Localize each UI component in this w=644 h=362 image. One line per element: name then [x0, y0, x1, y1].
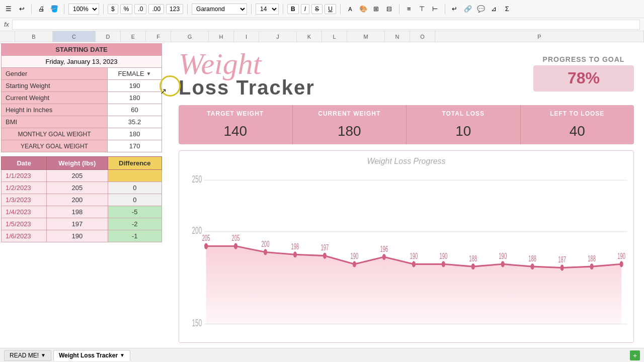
undo-icon[interactable]: ↩ — [16, 4, 27, 15]
tracker-date-0[interactable]: 1/1/2023 — [2, 170, 47, 182]
tracker-weight-5[interactable]: 190 — [47, 230, 108, 242]
decimal2-btn[interactable]: .00 — [148, 4, 164, 14]
chart-label-1: 205 — [232, 234, 240, 243]
tab-read-me[interactable]: READ ME! ▼ — [4, 350, 51, 361]
starting-weight-value[interactable]: 190 ↗ — [108, 80, 162, 92]
gender-value: FEMALE ▼ — [108, 68, 162, 80]
right-panel: Weight Loss Tracker PROGRESS TO GOAL 78%… — [169, 42, 644, 348]
bold-btn[interactable]: B — [287, 4, 299, 14]
tab-read-me-arrow[interactable]: ▼ — [41, 352, 46, 358]
left-to-loose-value: 40 — [570, 123, 585, 139]
svg-text:150: 150 — [192, 317, 202, 328]
strikethrough-btn[interactable]: S — [311, 4, 323, 14]
height-value[interactable]: 60 — [108, 104, 162, 116]
chart-point-9 — [471, 263, 475, 269]
col-N: N — [385, 31, 410, 42]
toolbar: ☰ ↩ 🖨 🪣 100% $ % .0 .00 123 Garamond 14 … — [0, 0, 644, 18]
stat-target-weight: TARGET WEIGHT 140 — [179, 105, 293, 144]
link-icon[interactable]: 🔗 — [462, 4, 473, 15]
filter-icon[interactable]: ⊿ — [489, 4, 500, 15]
cursive-title: Weight — [179, 47, 315, 80]
number-btn[interactable]: 123 — [166, 4, 183, 14]
dollar-btn[interactable]: $ — [108, 4, 118, 14]
tracker-weight-3[interactable]: 198 — [47, 206, 108, 218]
tab-weight-loss-tracker[interactable]: Weight Loss Tracker ▼ — [53, 350, 130, 361]
yearly-goal-label: YEARLY GOAL WEIGHT — [2, 140, 108, 152]
starting-weight-label: Starting Weight — [2, 80, 108, 92]
align-right-icon[interactable]: ⊢ — [430, 4, 441, 15]
align-left-icon[interactable]: ≡ — [404, 4, 415, 15]
formula-input[interactable] — [12, 20, 640, 30]
monthly-goal-value[interactable]: 180 — [108, 128, 162, 140]
percent-btn[interactable]: % — [120, 4, 133, 14]
tracker-weight-2[interactable]: 200 — [47, 194, 108, 206]
tracker-weight-4[interactable]: 197 — [47, 218, 108, 230]
tracker-date-1[interactable]: 1/2/2023 — [2, 182, 47, 194]
starting-date-header: STARTING DATE — [2, 44, 162, 56]
tab-bar: READ ME! ▼ Weight Loss Tracker ▼ + — [0, 348, 644, 362]
col-L: L — [322, 31, 347, 42]
paint-icon[interactable]: 🪣 — [49, 4, 60, 15]
left-panel: STARTING DATE Friday, January 13, 2023 G… — [0, 42, 169, 348]
col-E: E — [121, 31, 146, 42]
tracker-weight-1[interactable]: 205 — [47, 182, 108, 194]
stat-left-to-loose: LEFT TO LOOSE 40 — [521, 105, 634, 144]
italic-btn[interactable]: I — [301, 4, 309, 14]
chart-label-11: 188 — [528, 254, 536, 263]
date-value: Friday, January 13, 2023 — [2, 56, 162, 68]
chart-point-7 — [412, 261, 416, 267]
formula-icon: fx — [4, 21, 9, 28]
decimal1-btn[interactable]: .0 — [134, 4, 146, 14]
tracker-weight-0[interactable]: 205 — [47, 170, 108, 182]
chart-area: Weight Loss Progress 250 200 150 — [179, 150, 634, 343]
svg-text:250: 250 — [192, 173, 202, 185]
current-weight-value[interactable]: 180 — [108, 92, 162, 104]
chart-label-6: 196 — [380, 244, 388, 253]
chart-point-3 — [293, 251, 297, 257]
chart-point-13 — [590, 263, 594, 269]
sum-icon[interactable]: Σ — [502, 4, 513, 15]
text-color-icon[interactable]: A — [345, 4, 356, 15]
tab-weight-loss-arrow[interactable]: ▼ — [120, 352, 125, 358]
align-middle-icon[interactable]: ⊤ — [417, 4, 428, 15]
merge-icon[interactable]: ⊟ — [384, 4, 395, 15]
row-header — [0, 31, 15, 42]
underline-btn[interactable]: U — [325, 4, 336, 14]
col-D: D — [96, 31, 121, 42]
font-select[interactable]: Garamond — [192, 4, 247, 15]
zoom-select[interactable]: 100% — [68, 4, 99, 15]
column-headers: B C D E F G H I J K L M N O P — [0, 31, 644, 42]
bmi-label: BMI — [2, 116, 108, 128]
wrap-icon[interactable]: ↵ — [449, 4, 460, 15]
chart-container: 250 200 150 — [185, 170, 627, 334]
current-weight-label: Current Weight — [2, 92, 108, 104]
tracker-date-2[interactable]: 1/3/2023 — [2, 194, 47, 206]
stats-row: TARGET WEIGHT 140 CURRENT WEIGHT 180 TOT… — [179, 105, 634, 144]
chart-point-0 — [204, 243, 208, 249]
tracker-date-3[interactable]: 1/4/2023 — [2, 206, 47, 218]
menu-icon[interactable]: ☰ — [3, 4, 14, 15]
progress-box: PROGRESS TO GOAL 78% — [533, 55, 634, 92]
chart-point-11 — [531, 263, 534, 269]
formula-bar: fx — [0, 18, 644, 31]
left-to-loose-label: LEFT TO LOOSE — [550, 110, 604, 117]
font-size-select[interactable]: 14 — [256, 4, 279, 15]
col-H: H — [209, 31, 234, 42]
tracker-col3-header: Difference — [108, 157, 162, 170]
add-tab-button[interactable]: + — [630, 350, 640, 360]
current-weight-stat-label: CURRENT WEIGHT — [318, 110, 380, 117]
tracker-date-5[interactable]: 1/6/2023 — [2, 230, 47, 242]
comment-icon[interactable]: 💬 — [475, 4, 487, 15]
tracker-date-4[interactable]: 1/5/2023 — [2, 218, 47, 230]
gender-label: Gender — [2, 68, 108, 80]
chart-label-7: 190 — [410, 251, 418, 260]
chart-point-5 — [353, 261, 356, 267]
print-icon[interactable]: 🖨 — [36, 4, 47, 15]
col-I: I — [234, 31, 259, 42]
borders-icon[interactable]: ⊞ — [371, 4, 382, 15]
tracker-col1-header: Date — [2, 157, 47, 170]
fill-color-icon[interactable]: 🎨 — [358, 4, 369, 15]
yearly-goal-value[interactable]: 170 — [108, 140, 162, 152]
tracker-diff-2: 0 — [108, 194, 162, 206]
tracker-diff-5: -1 — [108, 230, 162, 242]
